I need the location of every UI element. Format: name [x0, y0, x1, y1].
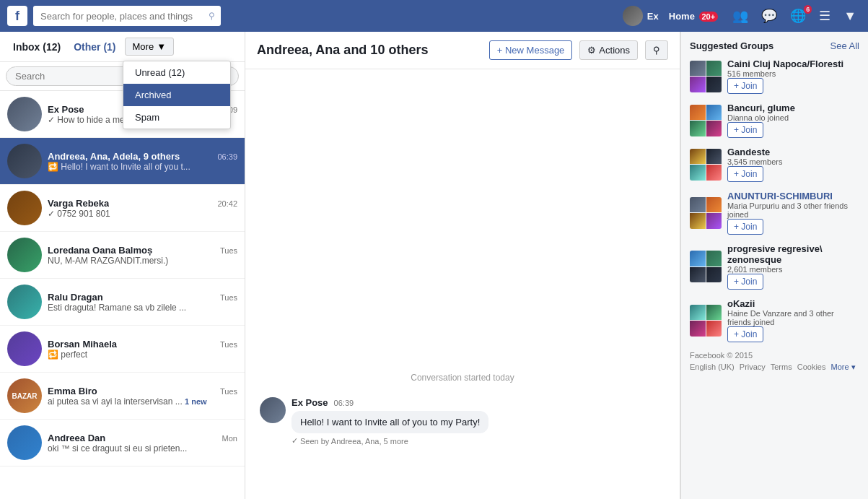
dropdown-archived[interactable]: Archived [123, 84, 230, 106]
group-avatar [690, 105, 722, 136]
sender-name: Andreea, Ana, Adela, 9 others [48, 151, 180, 162]
cookies-link[interactable]: Cookies [797, 363, 826, 371]
menu-icon[interactable]: ☰ [815, 8, 835, 24]
group-item: Gandeste3,545 members+ Join [690, 147, 859, 182]
message-time: Mon [222, 434, 237, 443]
group-item: ANUNTURI-SCHIMBURIMaria Purpuriu and 3 o… [690, 191, 859, 235]
group-meta: Maria Purpuriu and 3 other friends joine… [727, 201, 859, 219]
list-item[interactable]: Andreea, Ana, Adela, 9 others06:39🔁 Hell… [0, 138, 245, 185]
english-link[interactable]: English (UK) [690, 363, 735, 371]
search-input[interactable] [33, 6, 221, 26]
sender-name: Loredana Oana Balmoș [48, 245, 152, 256]
group-item: progresive regresive\ zenonesque2,601 me… [690, 243, 859, 290]
join-button[interactable]: + Join [727, 122, 763, 138]
group-meta: 2,601 members [727, 265, 859, 274]
topnav-right: Ex Home 20+ 👥 💬 🌐 6 ☰ ▼ [623, 6, 861, 26]
sender-name: Varga Rebeka [48, 198, 109, 209]
main-layout: Inbox (12) Other (1) More ▼ Unread (12) … [0, 32, 868, 499]
group-item: oKaziiHaine De Vanzare and 3 other frien… [690, 298, 859, 342]
group-avatar [690, 251, 722, 282]
notifications-icon[interactable]: 🌐 6 [786, 8, 810, 24]
avatar [7, 144, 42, 178]
other-tab[interactable]: Other (1) [69, 38, 120, 56]
list-item[interactable]: Varga Rebeka20:42✓ 0752 901 801 [0, 185, 245, 232]
message-preview: 🔁 Hello! I want to Invite all of you t..… [48, 162, 237, 172]
group-avatar [690, 197, 722, 229]
group-item: Caini Cluj Napoca/Floresti516 members+ J… [690, 58, 859, 94]
new-message-button[interactable]: + New Message [489, 40, 573, 60]
search-wrap: ⚲ [33, 6, 221, 26]
join-button[interactable]: + Join [727, 78, 763, 94]
group-info: Bancuri, glumeDianna olo joined+ Join [727, 103, 859, 138]
message-info: Andreea DanMonoki ™ si ce draguut si eu … [48, 433, 237, 454]
join-button[interactable]: + Join [727, 219, 763, 235]
sender-name: Ralu Dragan [48, 292, 103, 303]
actions-button[interactable]: ⚙ Actions [579, 40, 638, 60]
top-navigation: f ⚲ Ex Home 20+ 👥 💬 🌐 6 ☰ ▼ [0, 0, 868, 32]
see-all-link[interactable]: See All [830, 40, 859, 51]
dropdown-unread[interactable]: Unread (12) [123, 61, 230, 84]
new-badge: 1 new [185, 397, 207, 406]
sender-avatar [260, 397, 286, 423]
footer-links: Facebook © 2015 English (UK) Privacy Ter… [690, 351, 859, 372]
group-meta: 516 members [727, 69, 859, 78]
list-item[interactable]: Borsan MihaelaTues🔁 perfect [0, 326, 245, 373]
message-info: Ralu DraganTuesEsti draguta! Ramane sa v… [48, 292, 237, 313]
group-info: oKaziiHaine De Vanzare and 3 other frien… [727, 298, 859, 342]
gear-icon: ⚙ [587, 45, 596, 56]
search-icon: ⚲ [209, 11, 215, 21]
list-item[interactable]: BAZAREmma BiroTuesai putea sa vi ayi la … [0, 373, 245, 420]
message-time: 06:39 [334, 399, 354, 407]
terms-link[interactable]: Terms [771, 363, 792, 371]
chat-messages: Conversation started today Ex Pose 06:39… [245, 69, 680, 499]
list-item[interactable]: Ralu DraganTuesEsti draguta! Ramane sa v… [0, 279, 245, 326]
inbox-tab[interactable]: Inbox (12) [9, 38, 65, 56]
suggested-groups-header: Suggested Groups See All [690, 40, 859, 51]
group-avatar [690, 305, 722, 337]
group-avatar [690, 149, 722, 181]
more-button[interactable]: More ▼ [125, 38, 175, 56]
chat-header: Andreea, Ana and 10 others + New Message… [245, 32, 680, 69]
sender-name: Ex Pose [291, 397, 328, 408]
avatar [7, 425, 42, 460]
group-meta: Dianna olo joined [727, 113, 859, 122]
chat-title: Andreea, Ana and 10 others [257, 43, 482, 58]
home-count-badge: 20+ [699, 12, 719, 22]
avatar[interactable] [623, 6, 643, 26]
message-time: 06:39 [217, 152, 237, 161]
user-name[interactable]: Ex [647, 11, 659, 22]
message-time: Tues [220, 340, 237, 349]
sidebar-header: Inbox (12) Other (1) More ▼ Unread (12) … [0, 32, 245, 62]
privacy-link[interactable]: Privacy [740, 363, 766, 371]
join-button[interactable]: + Join [727, 274, 763, 290]
group-name: oKazii [727, 298, 859, 309]
suggested-title: Suggested Groups [690, 40, 773, 51]
facebook-logo[interactable]: f [7, 6, 27, 26]
join-button[interactable]: + Join [727, 166, 763, 182]
friends-icon[interactable]: 👥 [728, 8, 753, 24]
messages-icon[interactable]: 💬 [757, 8, 781, 24]
message-info: Emma BiroTuesai putea sa vi ayi la inter… [48, 386, 237, 407]
chevron-down-icon: ▼ [157, 41, 166, 52]
dropdown-icon[interactable]: ▼ [839, 9, 861, 24]
groups-list: Caini Cluj Napoca/Floresti516 members+ J… [690, 58, 859, 342]
message-list: Ex Pose07:09✓ How to hide a message on f… [0, 91, 245, 499]
seen-status: ✓ Seen by Andreea, Ana, 5 more [291, 436, 665, 446]
group-avatar [690, 61, 722, 92]
list-item[interactable]: Andreea DanMonoki ™ si ce draguut si eu … [0, 420, 245, 467]
join-button[interactable]: + Join [727, 326, 763, 342]
notification-badge: 6 [804, 5, 812, 14]
dropdown-menu: Unread (12) Archived Spam [123, 61, 231, 129]
search-chat-button[interactable]: ⚲ [645, 40, 668, 60]
avatar [7, 238, 42, 272]
dropdown-spam[interactable]: Spam [123, 106, 230, 129]
message-time: Tues [220, 387, 237, 396]
home-link[interactable]: Home 20+ [663, 11, 724, 22]
message-preview: ✓ 0752 901 801 [48, 209, 237, 219]
message-content: Ex Pose 06:39 Hello! I want to Invite al… [291, 397, 665, 446]
list-item[interactable]: Loredana Oana BalmoșTuesNU, M-AM RAZGAND… [0, 232, 245, 279]
copyright: Facebook © 2015 [690, 351, 859, 360]
more-link[interactable]: More ▾ [831, 363, 856, 371]
group-item: Bancuri, glumeDianna olo joined+ Join [690, 103, 859, 138]
message-time: Tues [220, 246, 237, 255]
